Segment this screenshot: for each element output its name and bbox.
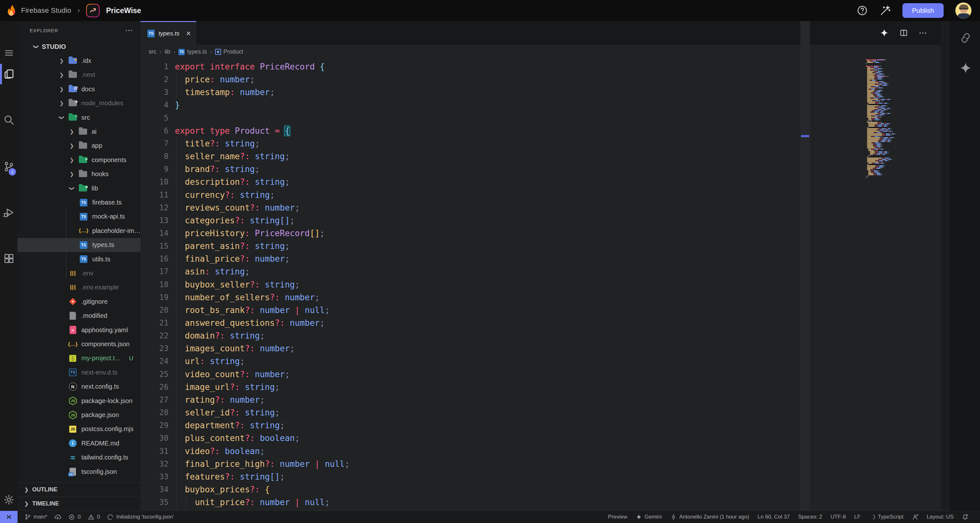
status-ln[interactable]: Ln 60, Col 37 xyxy=(757,514,790,520)
gemini-panel-icon[interactable] xyxy=(951,57,980,79)
code-line[interactable]: 13 categories?: string[]; xyxy=(140,214,874,227)
magic-wand-icon[interactable] xyxy=(880,5,891,16)
publish-button[interactable]: Publish xyxy=(902,3,943,18)
tree-item--env-example[interactable]: ☰.env.example xyxy=(18,280,140,294)
status-branch[interactable]: main* xyxy=(25,514,47,520)
status-error[interactable]: 0 xyxy=(68,514,80,520)
code-line[interactable]: 23 images_count?: number; xyxy=(140,342,874,355)
breadcrumb-product[interactable]: Product xyxy=(215,49,243,55)
tree-item-tailwind-config-ts[interactable]: ≈tailwind.config.ts xyxy=(18,451,140,464)
tree-item-docs[interactable]: ❯▤docs xyxy=(18,82,140,96)
code-line[interactable]: 11 currency?: string; xyxy=(140,189,874,201)
tree-item-package-lock-json[interactable]: JSpackage-lock.json xyxy=(18,394,140,408)
tree-item-node-modules[interactable]: ❯◆node_modules xyxy=(18,96,140,110)
code-line[interactable]: 26 image_url?: string; xyxy=(140,381,874,393)
workspace-title[interactable]: PriceWise xyxy=(106,6,141,15)
code-editor[interactable]: 1export interface PriceRecord {2 price: … xyxy=(140,59,941,510)
status-preview[interactable]: Preview xyxy=(608,514,627,520)
tree-item-ai[interactable]: ❯ai xyxy=(18,124,140,138)
help-icon[interactable] xyxy=(856,5,868,16)
code-line[interactable]: 15 parent_asin?: string; xyxy=(140,240,874,253)
status-lf[interactable]: LF xyxy=(854,514,861,520)
tree-item-components[interactable]: ❯◈components xyxy=(18,153,140,167)
code-line[interactable]: 34 buybox_prices?: { xyxy=(140,483,874,496)
tree-item-utils-ts[interactable]: TSutils.ts xyxy=(18,252,140,266)
tree-item-firebase-ts[interactable]: TSfirebase.ts xyxy=(18,195,140,209)
status-gemini-star[interactable]: Gemini xyxy=(636,514,662,520)
status-spaces[interactable]: Spaces: 2 xyxy=(798,514,822,520)
status-bell[interactable] xyxy=(962,514,969,520)
tree-item--env[interactable]: ☰.env xyxy=(18,266,140,280)
tree-item-hooks[interactable]: ❯hooks xyxy=(18,167,140,181)
breadcrumb-src[interactable]: src xyxy=(149,49,156,55)
avatar[interactable] xyxy=(955,2,972,19)
tree-item-src[interactable]: ❯‹›src xyxy=(18,110,140,124)
tree-item-lib[interactable]: ❯◆lib xyxy=(18,181,140,195)
tab-close-icon[interactable]: ✕ xyxy=(186,30,191,37)
code-line[interactable]: 25 video_count?: number; xyxy=(140,368,874,381)
code-line[interactable]: 27 rating?: number; xyxy=(140,393,874,406)
code-line[interactable]: 35 unit_price?: number | null; xyxy=(140,496,874,509)
activity-search-search-icon[interactable] xyxy=(0,108,18,132)
code-line[interactable]: 33 features?: string[]; xyxy=(140,471,874,483)
code-line[interactable]: 32 final_price_high?: number | null; xyxy=(140,458,874,471)
tree-item-postcss-config-mjs[interactable]: JSpostcss.config.mjs xyxy=(18,422,140,436)
status-feedback[interactable] xyxy=(912,514,918,520)
sparkle-icon[interactable] xyxy=(880,29,889,37)
tree-root-studio[interactable]: ❯STUDIO xyxy=(18,40,140,54)
firebase-panel-icon[interactable] xyxy=(951,27,980,49)
tree-item-components-json[interactable]: {…}components.json xyxy=(18,337,140,351)
code-line[interactable]: 17 asin: string; xyxy=(140,265,874,278)
explorer-more-icon[interactable]: ⋯ xyxy=(125,26,134,35)
tree-item-next-config-ts[interactable]: Nnext.config.ts xyxy=(18,380,140,394)
tree-item-tsconfig-json[interactable]: tsconfig.json xyxy=(18,464,140,478)
code-line[interactable]: 30 plus_content?: boolean; xyxy=(140,432,874,445)
activity-extensions-extensions-icon[interactable] xyxy=(0,246,18,270)
code-line[interactable]: 29 department?: string; xyxy=(140,419,874,432)
status-layout[interactable]: Layout: US xyxy=(927,514,953,520)
status-warning[interactable]: 0 xyxy=(88,514,100,520)
minimap[interactable] xyxy=(866,59,895,510)
code-line[interactable]: 4} xyxy=(140,99,874,111)
code-line[interactable]: 7 title?: string; xyxy=(140,137,874,150)
code-line[interactable]: 10 description?: string; xyxy=(140,175,874,188)
breadcrumb-types-ts[interactable]: TStypes.ts xyxy=(178,49,207,55)
activity-explorer-files-icon[interactable] xyxy=(0,62,18,86)
tree-item--modified[interactable]: .modified xyxy=(18,309,140,323)
status-commit[interactable]: Antonello Zanini (1 hour ago) xyxy=(670,514,749,520)
code-line[interactable]: 2 price: number; xyxy=(140,73,874,86)
code-line[interactable]: 28 seller_id?: string; xyxy=(140,406,874,419)
code-line[interactable]: 24 url: string; xyxy=(140,355,874,367)
code-line[interactable]: 6export type Product = { xyxy=(140,124,874,137)
tree-item-my-project-t-[interactable]: ⋮my-project.t…U xyxy=(18,351,140,366)
tree-item-package-json[interactable]: JSpackage.json xyxy=(18,408,140,422)
code-line[interactable]: 5 xyxy=(140,112,874,124)
tree-item-types-ts[interactable]: TStypes.ts xyxy=(18,238,140,252)
tree-item--gitignore[interactable]: .gitignore xyxy=(18,294,140,308)
tree-item-app[interactable]: ❯app xyxy=(18,139,140,153)
code-line[interactable]: 21 answered_questions?: number; xyxy=(140,316,874,329)
panel-outline[interactable]: ❯OUTLINE xyxy=(18,482,140,496)
editor-scrollbar[interactable] xyxy=(800,21,810,510)
activity-run-debug-debug-icon[interactable] xyxy=(0,200,18,225)
tree-item-readme-md[interactable]: iREADME.md xyxy=(18,436,140,450)
code-line[interactable]: 22 domain?: string; xyxy=(140,329,874,342)
code-line[interactable]: 14 priceHistory: PriceRecord[]; xyxy=(140,227,874,240)
code-line[interactable]: 3 timestamp: number; xyxy=(140,86,874,99)
code-line[interactable]: 12 reviews_count?: number; xyxy=(140,201,874,214)
code-line[interactable]: 8 seller_name?: string; xyxy=(140,150,874,163)
tree-item-placeholder-im-[interactable]: {…}placeholder-im… xyxy=(18,224,140,238)
code-line[interactable]: 19 number_of_sellers?: number; xyxy=(140,291,874,304)
status-cloud-upload[interactable] xyxy=(54,513,61,520)
tree-item-apphosting-yaml[interactable]: ≡apphosting.yaml xyxy=(18,323,140,337)
panel-timeline[interactable]: ❯TIMELINE xyxy=(18,496,140,510)
tree-item--next[interactable]: ❯.next xyxy=(18,68,140,82)
code-line[interactable]: 18 buybox_seller?: string; xyxy=(140,278,874,291)
tree-item-next-env-d-ts[interactable]: TSnext-env.d.ts xyxy=(18,366,140,379)
ellipsis-icon[interactable]: ⋯ xyxy=(919,28,928,38)
code-line[interactable]: 1export interface PriceRecord { xyxy=(140,60,874,73)
status-spinner[interactable]: Initializing 'tsconfig.json' xyxy=(107,514,173,520)
tab-types-ts[interactable]: TS types.ts ✕ xyxy=(140,21,196,45)
activity-settings-gear-icon[interactable] xyxy=(0,488,18,512)
code-line[interactable]: 20 root_bs_rank?: number | null; xyxy=(140,304,874,316)
